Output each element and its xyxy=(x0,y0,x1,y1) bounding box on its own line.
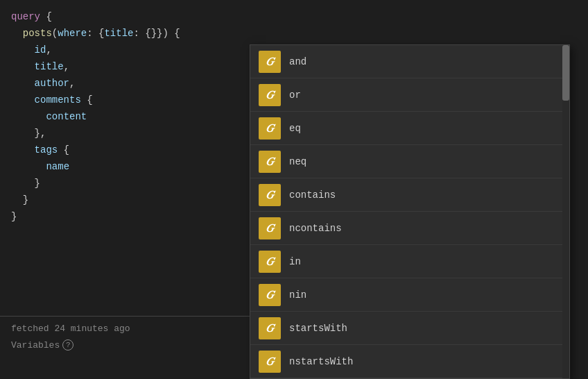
autocomplete-item-nstartswith[interactable]: 𝐺 nstartsWith xyxy=(250,345,569,378)
scrollbar-thumb[interactable] xyxy=(562,45,569,101)
item-icon-neq: 𝐺 xyxy=(259,151,281,173)
item-icon-nin: 𝐺 xyxy=(259,284,281,306)
item-icon-or: 𝐺 xyxy=(259,84,281,106)
variables-label-text: ariables xyxy=(17,340,60,351)
item-label-or: or xyxy=(289,90,301,101)
scrollbar-track xyxy=(562,45,569,378)
item-label-ncontains: ncontains xyxy=(289,223,342,234)
autocomplete-item-neq[interactable]: 𝐺 neq xyxy=(250,145,569,178)
item-icon-startswith: 𝐺 xyxy=(259,317,281,339)
help-icon[interactable]: ? xyxy=(62,339,74,351)
autocomplete-dropdown[interactable]: 𝐺 and 𝐺 or 𝐺 eq 𝐺 neq 𝐺 contains 𝐺 ncont… xyxy=(250,44,570,379)
item-icon-nstartswith: 𝐺 xyxy=(259,351,281,373)
item-icon-in: 𝐺 xyxy=(259,251,281,273)
autocomplete-item-eq[interactable]: 𝐺 eq xyxy=(250,112,569,145)
item-label-contains: contains xyxy=(289,190,336,201)
item-label-eq: eq xyxy=(289,123,301,134)
code-line-2: posts(where: {title: {}}) { xyxy=(11,25,577,42)
dropdown-list: 𝐺 and 𝐺 or 𝐺 eq 𝐺 neq 𝐺 contains 𝐺 ncont… xyxy=(250,45,569,378)
variables-label: V xyxy=(11,340,17,351)
item-label-nin: nin xyxy=(289,289,306,301)
item-icon-contains: 𝐺 xyxy=(259,184,281,206)
autocomplete-item-ncontains[interactable]: 𝐺 ncontains xyxy=(250,212,569,245)
autocomplete-item-in[interactable]: 𝐺 in xyxy=(250,245,569,278)
autocomplete-item-nin[interactable]: 𝐺 nin xyxy=(250,278,569,312)
item-label-and: and xyxy=(289,56,306,67)
item-label-in: in xyxy=(289,256,301,267)
item-label-startswith: startsWith xyxy=(289,323,347,334)
item-icon-ncontains: 𝐺 xyxy=(259,217,281,239)
autocomplete-item-startswith[interactable]: 𝐺 startsWith xyxy=(250,312,569,345)
item-icon-eq: 𝐺 xyxy=(259,117,281,140)
autocomplete-item-and[interactable]: 𝐺 and xyxy=(250,45,569,78)
item-icon-and: 𝐺 xyxy=(259,51,281,73)
item-label-nstartswith: nstartsWith xyxy=(289,356,353,367)
item-label-neq: neq xyxy=(289,156,306,167)
code-line-1: query { xyxy=(11,8,577,25)
autocomplete-item-contains[interactable]: 𝐺 contains xyxy=(250,178,569,212)
autocomplete-item-or[interactable]: 𝐺 or xyxy=(250,78,569,112)
